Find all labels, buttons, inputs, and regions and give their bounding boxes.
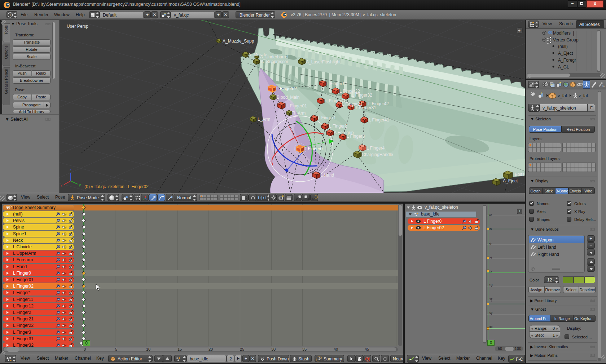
svg-text:A_Muzzle_Supp: A_Muzzle_Supp [223, 39, 254, 44]
svg-text:A_Underbarrel: A_Underbarrel [260, 54, 288, 59]
svg-text:v_fal.: v_fal. [558, 93, 568, 98]
svg-text:L Finger41: L Finger41 [369, 117, 389, 123]
svg-text:A_Eject: A_Eject [503, 178, 518, 183]
svg-text:ChargingHandle: ChargingHandle [362, 152, 393, 157]
svg-text:Vertex Group: Vertex Group [553, 37, 579, 43]
svg-text:L Hand: L Hand [320, 173, 334, 178]
svg-text:L Finger01: L Finger01 [286, 103, 307, 108]
svg-text:A_Suppressor: A_Suppressor [261, 59, 288, 64]
svg-text:(null): (null) [558, 44, 568, 49]
svg-text:Bipod_Main: Bipod_Main [277, 95, 299, 100]
svg-text:L Finger32: L Finger32 [352, 93, 372, 98]
svg-text:A_LaserFlashlight: A_LaserFlashlight [306, 59, 341, 65]
svg-text:x: x [61, 184, 62, 188]
svg-text:(0) v_fal.qc_skeleton : L Fing: (0) v_fal.qc_skeleton : L Finger02 [84, 184, 149, 189]
svg-text:L Finger3: L Finger3 [347, 134, 365, 139]
svg-text:Bolts: Bolts [515, 172, 524, 177]
svg-text:L Finger0: L Finger0 [304, 146, 323, 151]
svg-text:L Finger12: L Finger12 [326, 81, 347, 86]
svg-text:A_GL: A_GL [558, 65, 569, 70]
svg-text:z: z [70, 168, 71, 172]
svg-text:R_Arm: R_Arm [292, 111, 306, 116]
svg-text:v_fal.: v_fal. [579, 93, 589, 98]
svg-text:L Finger4: L Finger4 [366, 146, 385, 151]
svg-text:A_Foregr: A_Foregr [558, 58, 576, 63]
svg-text:L Finger1: L Finger1 [318, 115, 336, 120]
svg-text:L Finger42: L Finger42 [368, 101, 389, 106]
svg-text:y: y [79, 183, 81, 187]
svg-text:Modifiers |: Modifiers | [553, 31, 574, 36]
svg-text:L Finger2: L Finger2 [329, 124, 347, 129]
svg-text:A_Eject: A_Eject [558, 51, 573, 56]
svg-text:i: i [10, 13, 11, 17]
svg-text:G: G [602, 84, 605, 88]
svg-text:L Finger02: L Finger02 [276, 86, 297, 91]
svg-text:+: + [518, 28, 521, 33]
svg-text:User Persp: User Persp [67, 24, 88, 29]
svg-text:L_Arm: L_Arm [258, 117, 270, 122]
